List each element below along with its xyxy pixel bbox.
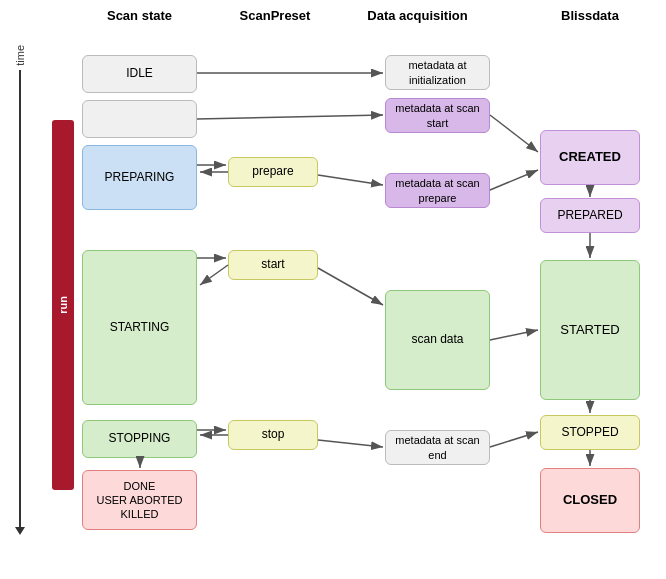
box-started: STARTED bbox=[540, 260, 640, 400]
time-axis: time bbox=[10, 45, 30, 535]
svg-line-2 bbox=[197, 115, 383, 119]
svg-line-6 bbox=[318, 175, 383, 185]
run-label: run bbox=[57, 296, 69, 314]
box-idle: IDLE bbox=[82, 55, 197, 93]
time-label: time bbox=[14, 45, 26, 66]
box-created: CREATED bbox=[540, 130, 640, 185]
box-stop: stop bbox=[228, 420, 318, 450]
svg-line-16 bbox=[318, 440, 383, 447]
box-starting: STARTING bbox=[82, 250, 197, 405]
diagram-container: Scan state ScanPreset Data acquisition B… bbox=[0, 0, 666, 579]
box-closed: CLOSED bbox=[540, 468, 640, 533]
svg-line-7 bbox=[490, 170, 538, 190]
header-scan-preset: ScanPreset bbox=[215, 8, 335, 23]
box-meta-init: metadata at initialization bbox=[385, 55, 490, 90]
box-done: DONE USER ABORTED KILLED bbox=[82, 470, 197, 530]
svg-line-11 bbox=[318, 268, 383, 305]
svg-line-9 bbox=[200, 265, 228, 285]
box-idle2 bbox=[82, 100, 197, 138]
box-prepared: PREPARED bbox=[540, 198, 640, 233]
svg-line-17 bbox=[490, 432, 538, 447]
box-meta-scan-prepare: metadata at scan prepare bbox=[385, 173, 490, 208]
svg-line-13 bbox=[490, 330, 538, 340]
box-stopping: STOPPING bbox=[82, 420, 197, 458]
time-arrow bbox=[15, 527, 25, 535]
box-prepare: prepare bbox=[228, 157, 318, 187]
run-bar: run bbox=[52, 120, 74, 490]
box-meta-scan-start: metadata at scan start bbox=[385, 98, 490, 133]
box-stopped: STOPPED bbox=[540, 415, 640, 450]
box-start: start bbox=[228, 250, 318, 280]
time-line bbox=[19, 70, 21, 528]
box-meta-scan-end: metadata at scan end bbox=[385, 430, 490, 465]
box-preparing: PREPARING bbox=[82, 145, 197, 210]
header-blissdata: Blissdata bbox=[530, 8, 650, 23]
box-scan-data: scan data bbox=[385, 290, 490, 390]
header-scan-state: Scan state bbox=[82, 8, 197, 23]
header-data-acquisition: Data acquisition bbox=[350, 8, 485, 23]
svg-line-3 bbox=[490, 115, 538, 152]
